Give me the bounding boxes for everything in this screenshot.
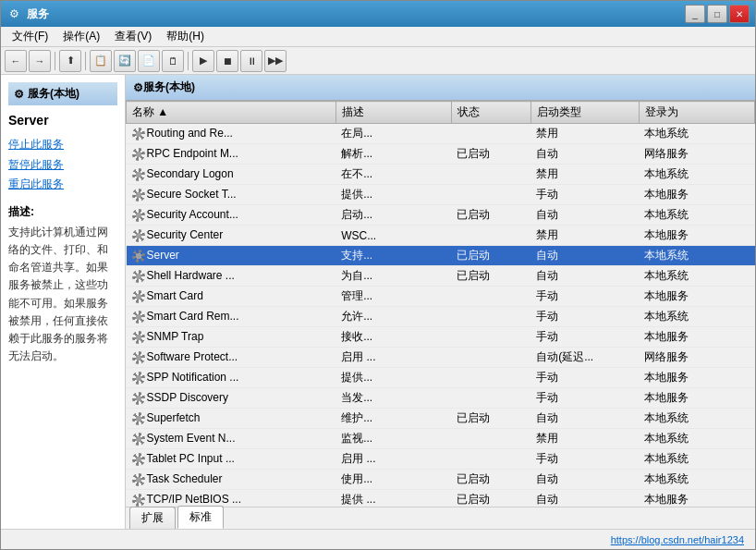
cell-login: 本地系统	[639, 470, 754, 490]
table-header-row: 名称 ▲ 描述 状态 启动类型 登录为	[127, 102, 755, 124]
menu-file[interactable]: 文件(F)	[5, 27, 55, 46]
cell-status: 已启动	[451, 409, 530, 429]
maximize-button[interactable]: □	[707, 5, 727, 23]
cell-startup: 禁用	[530, 124, 639, 144]
cell-login: 本地系统	[639, 449, 754, 470]
cell-name: Security Center	[127, 226, 336, 246]
right-panel-icon: ⚙	[133, 81, 143, 94]
statusbar-link[interactable]: https://blog.csdn.net/hair1234	[611, 534, 751, 545]
stop-button[interactable]: ⏹	[216, 50, 238, 72]
cell-status: 已启动	[451, 266, 530, 287]
forward-button[interactable]: →	[29, 50, 51, 72]
cell-status	[451, 226, 530, 246]
table-row[interactable]: Security Account... 启动... 已启动 自动 本地系统	[127, 205, 755, 226]
menu-action[interactable]: 操作(A)	[55, 27, 107, 46]
cell-desc: 接收...	[335, 327, 451, 348]
cell-name: Task Scheduler	[127, 470, 336, 490]
cell-name: Smart Card Rem...	[127, 307, 336, 327]
cell-desc: 监视...	[335, 429, 451, 449]
refresh-button[interactable]: 🔄	[114, 50, 136, 72]
cell-name: System Event N...	[127, 429, 336, 449]
left-panel-header: ⚙ 服务(本地)	[8, 82, 117, 105]
table-row[interactable]: System Event N... 监视... 禁用 本地系统	[127, 429, 755, 449]
col-header-startup[interactable]: 启动类型	[530, 102, 639, 124]
back-button[interactable]: ←	[5, 50, 27, 72]
restart-button[interactable]: ▶▶	[264, 50, 287, 72]
table-row[interactable]: Security Center WSC... 禁用 本地服务	[127, 226, 755, 246]
pause-service-link[interactable]: 暂停此服务	[8, 155, 117, 176]
table-row[interactable]: TCP/IP NetBIOS ... 提供 ... 已启动 自动 本地服务	[127, 490, 755, 507]
main-content: ⚙ 服务(本地) Server 停止此服务 暂停此服务 重启此服务 描述: 支持…	[1, 75, 755, 529]
col-header-login[interactable]: 登录为	[639, 102, 754, 124]
service-icon	[132, 250, 145, 263]
cell-startup: 禁用	[530, 165, 639, 185]
cell-desc: 解析...	[335, 144, 451, 165]
cell-startup: 自动	[530, 470, 639, 490]
tab-extend[interactable]: 扩展	[129, 507, 176, 529]
table-row[interactable]: Superfetch 维护... 已启动 自动 本地系统	[127, 409, 755, 429]
cell-login: 本地服务	[639, 226, 754, 246]
description-text: 支持此计算机通过网络的文件、打印、和命名管道共享。如果服务被禁止，这些功能不可用…	[8, 224, 117, 366]
table-row[interactable]: Server 支持... 已启动 自动 本地系统	[127, 246, 755, 266]
table-row[interactable]: SSDP Discovery 当发... 手动 本地服务	[127, 388, 755, 409]
cell-login: 本地服务	[639, 287, 754, 307]
service-icon	[132, 494, 145, 507]
properties-button[interactable]: 🗒	[162, 50, 184, 72]
up-button[interactable]: ⬆	[59, 50, 81, 72]
col-header-desc[interactable]: 描述	[335, 102, 451, 124]
services-table-container[interactable]: 名称 ▲ 描述 状态 启动类型 登录为 Routing and Re... 在局…	[126, 101, 755, 507]
play-button[interactable]: ▶	[192, 50, 214, 72]
export-button[interactable]: 📄	[138, 50, 160, 72]
table-row[interactable]: Secondary Logon 在不... 禁用 本地系统	[127, 165, 755, 185]
toolbar-separator-1	[55, 52, 55, 70]
table-row[interactable]: Smart Card Rem... 允许... 手动 本地系统	[127, 307, 755, 327]
table-row[interactable]: Shell Hardware ... 为自... 已启动 自动 本地系统	[127, 266, 755, 287]
titlebar: ⚙ 服务 _ □ ✕	[1, 1, 755, 27]
menu-view[interactable]: 查看(V)	[107, 27, 159, 46]
menu-help[interactable]: 帮助(H)	[159, 27, 212, 46]
table-row[interactable]: SPP Notification ... 提供... 手动 本地服务	[127, 368, 755, 388]
close-button[interactable]: ✕	[729, 5, 750, 23]
cell-name: TCP/IP NetBIOS ...	[127, 490, 336, 507]
cell-desc: 提供 ...	[335, 490, 451, 507]
table-row[interactable]: Secure Socket T... 提供... 手动 本地服务	[127, 185, 755, 205]
table-row[interactable]: SNMP Trap 接收... 手动 本地服务	[127, 327, 755, 348]
cell-name: Superfetch	[127, 409, 336, 429]
col-header-name[interactable]: 名称 ▲	[127, 102, 336, 124]
cell-name: Tablet PC Input ...	[127, 449, 336, 470]
col-header-status[interactable]: 状态	[451, 102, 530, 124]
window-controls: _ □ ✕	[685, 5, 750, 23]
stop-service-link[interactable]: 停止此服务	[8, 135, 117, 155]
table-row[interactable]: Smart Card 管理... 手动 本地服务	[127, 287, 755, 307]
service-icon	[132, 372, 145, 385]
table-row[interactable]: RPC Endpoint M... 解析... 已启动 自动 网络服务	[127, 144, 755, 165]
cell-status: 已启动	[451, 144, 530, 165]
cell-status	[451, 348, 530, 368]
pause-button[interactable]: ⏸	[240, 50, 262, 72]
cell-login: 本地系统	[639, 266, 754, 287]
table-row[interactable]: Tablet PC Input ... 启用 ... 手动 本地系统	[127, 449, 755, 470]
table-row[interactable]: Task Scheduler 使用... 已启动 自动 本地系统	[127, 470, 755, 490]
table-row[interactable]: Software Protect... 启用 ... 自动(延迟... 网络服务	[127, 348, 755, 368]
cell-startup: 自动	[530, 246, 639, 266]
restart-service-link[interactable]: 重启此服务	[8, 175, 117, 195]
minimize-button[interactable]: _	[685, 5, 705, 23]
main-window: ⚙ 服务 _ □ ✕ 文件(F) 操作(A) 查看(V) 帮助(H) ← → ⬆…	[0, 0, 756, 550]
cell-name: SPP Notification ...	[127, 368, 336, 388]
tab-standard[interactable]: 标准	[177, 506, 224, 529]
cell-startup: 自动	[530, 266, 639, 287]
cell-name: Server	[127, 246, 336, 266]
show-hide-button[interactable]: 📋	[90, 50, 112, 72]
cell-desc: 启用 ...	[335, 348, 451, 368]
cell-status	[451, 388, 530, 409]
cell-status	[451, 327, 530, 348]
cell-status	[451, 185, 530, 205]
table-row[interactable]: Routing and Re... 在局... 禁用 本地系统	[127, 124, 755, 144]
service-icon	[132, 433, 145, 446]
cell-startup: 手动	[530, 368, 639, 388]
cell-name: Software Protect...	[127, 348, 336, 368]
cell-name: Routing and Re...	[127, 124, 336, 144]
cell-login: 本地服务	[639, 368, 754, 388]
toolbar: ← → ⬆ 📋 🔄 📄 🗒 ▶ ⏹ ⏸ ▶▶	[1, 47, 755, 75]
cell-name: SSDP Discovery	[127, 388, 336, 409]
